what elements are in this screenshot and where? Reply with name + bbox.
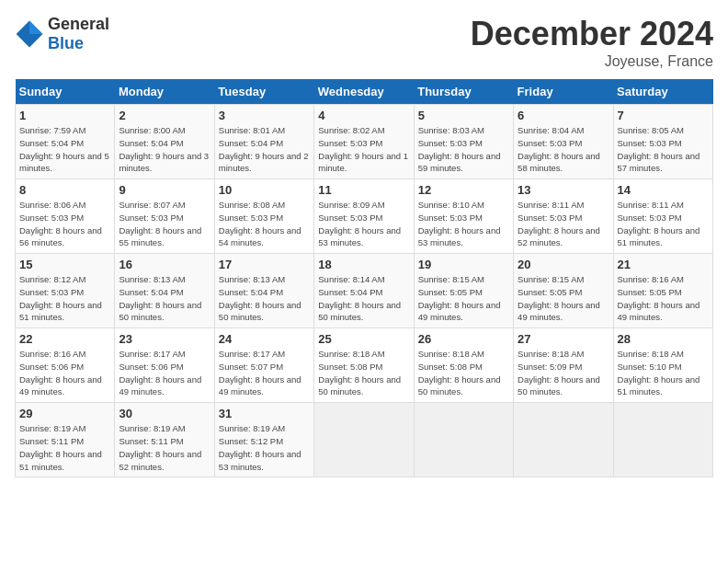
calendar-cell: 7 Sunrise: 8:05 AMSunset: 5:03 PMDayligh… <box>613 105 712 179</box>
day-number: 15 <box>19 258 110 271</box>
day-info: Sunrise: 8:16 AMSunset: 5:05 PMDaylight:… <box>618 273 709 324</box>
day-info: Sunrise: 8:19 AMSunset: 5:11 PMDaylight:… <box>119 422 210 473</box>
logo-icon <box>15 19 44 49</box>
day-info: Sunrise: 8:15 AMSunset: 5:05 PMDaylight:… <box>418 273 509 324</box>
weekday-header-wednesday: Wednesday <box>314 79 414 105</box>
calendar-cell: 23 Sunrise: 8:17 AMSunset: 5:06 PMDaylig… <box>115 328 214 403</box>
day-info: Sunrise: 8:19 AMSunset: 5:11 PMDaylight:… <box>19 422 110 473</box>
calendar-cell: 15 Sunrise: 8:12 AMSunset: 5:03 PMDaylig… <box>16 254 115 328</box>
day-info: Sunrise: 8:00 AMSunset: 5:04 PMDaylight:… <box>119 124 210 175</box>
day-number: 8 <box>19 183 110 197</box>
weekday-header-friday: Friday <box>514 79 613 105</box>
day-number: 2 <box>119 109 210 122</box>
day-info: Sunrise: 8:14 AMSunset: 5:04 PMDaylight:… <box>318 273 409 324</box>
calendar-cell: 31 Sunrise: 8:19 AMSunset: 5:12 PMDaylig… <box>214 403 313 477</box>
day-number: 21 <box>618 258 709 271</box>
day-info: Sunrise: 8:15 AMSunset: 5:05 PMDaylight:… <box>518 273 609 324</box>
day-info: Sunrise: 8:18 AMSunset: 5:08 PMDaylight:… <box>318 348 409 398</box>
day-info: Sunrise: 8:03 AMSunset: 5:03 PMDaylight:… <box>418 124 509 175</box>
week-row-4: 22 Sunrise: 8:16 AMSunset: 5:06 PMDaylig… <box>16 328 713 403</box>
calendar-cell: 11 Sunrise: 8:09 AMSunset: 5:03 PMDaylig… <box>314 179 414 254</box>
calendar-cell: 20 Sunrise: 8:15 AMSunset: 5:05 PMDaylig… <box>514 254 613 328</box>
day-number: 10 <box>219 183 310 197</box>
day-number: 31 <box>219 407 310 420</box>
day-number: 19 <box>418 258 509 271</box>
day-info: Sunrise: 8:13 AMSunset: 5:04 PMDaylight:… <box>219 273 310 324</box>
day-number: 9 <box>119 183 210 197</box>
logo: General Blue <box>15 15 109 53</box>
day-number: 23 <box>119 332 210 346</box>
calendar-title: December 2024 <box>471 15 713 53</box>
title-block: December 2024 Joyeuse, France <box>471 15 713 70</box>
day-info: Sunrise: 8:08 AMSunset: 5:03 PMDaylight:… <box>219 199 310 249</box>
calendar-cell: 21 Sunrise: 8:16 AMSunset: 5:05 PMDaylig… <box>613 254 712 328</box>
day-number: 24 <box>219 332 310 346</box>
day-info: Sunrise: 8:05 AMSunset: 5:03 PMDaylight:… <box>618 124 709 175</box>
day-number: 18 <box>318 258 409 271</box>
calendar-table: SundayMondayTuesdayWednesdayThursdayFrid… <box>15 79 713 477</box>
calendar-cell <box>613 403 712 477</box>
day-number: 3 <box>219 109 310 122</box>
calendar-cell: 9 Sunrise: 8:07 AMSunset: 5:03 PMDayligh… <box>115 179 214 254</box>
calendar-cell: 27 Sunrise: 8:18 AMSunset: 5:09 PMDaylig… <box>514 328 613 403</box>
day-number: 11 <box>318 183 409 197</box>
day-number: 6 <box>518 109 609 122</box>
day-info: Sunrise: 8:18 AMSunset: 5:10 PMDaylight:… <box>618 348 709 398</box>
weekday-header-sunday: Sunday <box>16 79 115 105</box>
day-info: Sunrise: 8:04 AMSunset: 5:03 PMDaylight:… <box>518 124 609 175</box>
day-number: 17 <box>219 258 310 271</box>
day-info: Sunrise: 8:17 AMSunset: 5:07 PMDaylight:… <box>219 348 310 398</box>
week-row-1: 1 Sunrise: 7:59 AMSunset: 5:04 PMDayligh… <box>16 105 713 179</box>
calendar-cell <box>514 403 613 477</box>
day-number: 20 <box>518 258 609 271</box>
day-number: 26 <box>418 332 509 346</box>
weekday-header-tuesday: Tuesday <box>214 79 313 105</box>
calendar-cell: 1 Sunrise: 7:59 AMSunset: 5:04 PMDayligh… <box>16 105 115 179</box>
weekday-header-row: SundayMondayTuesdayWednesdayThursdayFrid… <box>16 79 713 105</box>
calendar-cell: 12 Sunrise: 8:10 AMSunset: 5:03 PMDaylig… <box>414 179 513 254</box>
calendar-cell: 3 Sunrise: 8:01 AMSunset: 5:04 PMDayligh… <box>214 105 313 179</box>
calendar-cell: 24 Sunrise: 8:17 AMSunset: 5:07 PMDaylig… <box>214 328 313 403</box>
calendar-cell: 4 Sunrise: 8:02 AMSunset: 5:03 PMDayligh… <box>314 105 414 179</box>
day-info: Sunrise: 8:13 AMSunset: 5:04 PMDaylight:… <box>119 273 210 324</box>
week-row-2: 8 Sunrise: 8:06 AMSunset: 5:03 PMDayligh… <box>16 179 713 254</box>
weekday-header-saturday: Saturday <box>613 79 712 105</box>
day-info: Sunrise: 8:19 AMSunset: 5:12 PMDaylight:… <box>219 422 310 473</box>
day-info: Sunrise: 8:17 AMSunset: 5:06 PMDaylight:… <box>119 348 210 398</box>
calendar-cell: 8 Sunrise: 8:06 AMSunset: 5:03 PMDayligh… <box>16 179 115 254</box>
calendar-cell <box>314 403 414 477</box>
day-number: 5 <box>418 109 509 122</box>
logo-blue-text: Blue <box>48 34 84 52</box>
day-number: 4 <box>318 109 409 122</box>
calendar-cell: 28 Sunrise: 8:18 AMSunset: 5:10 PMDaylig… <box>613 328 712 403</box>
week-row-5: 29 Sunrise: 8:19 AMSunset: 5:11 PMDaylig… <box>16 403 713 477</box>
calendar-cell: 25 Sunrise: 8:18 AMSunset: 5:08 PMDaylig… <box>314 328 414 403</box>
calendar-cell: 6 Sunrise: 8:04 AMSunset: 5:03 PMDayligh… <box>514 105 613 179</box>
calendar-cell: 19 Sunrise: 8:15 AMSunset: 5:05 PMDaylig… <box>414 254 513 328</box>
day-info: Sunrise: 8:12 AMSunset: 5:03 PMDaylight:… <box>19 273 110 324</box>
day-info: Sunrise: 8:02 AMSunset: 5:03 PMDaylight:… <box>318 124 409 175</box>
calendar-cell: 29 Sunrise: 8:19 AMSunset: 5:11 PMDaylig… <box>16 403 115 477</box>
calendar-cell: 22 Sunrise: 8:16 AMSunset: 5:06 PMDaylig… <box>16 328 115 403</box>
logo-general-text: General <box>48 15 109 33</box>
day-info: Sunrise: 8:11 AMSunset: 5:03 PMDaylight:… <box>518 199 609 249</box>
day-number: 13 <box>518 183 609 197</box>
day-number: 12 <box>418 183 509 197</box>
calendar-cell: 18 Sunrise: 8:14 AMSunset: 5:04 PMDaylig… <box>314 254 414 328</box>
calendar-cell: 14 Sunrise: 8:11 AMSunset: 5:03 PMDaylig… <box>613 179 712 254</box>
svg-marker-1 <box>29 21 42 34</box>
day-info: Sunrise: 8:10 AMSunset: 5:03 PMDaylight:… <box>418 199 509 249</box>
page-header: General Blue December 2024 Joyeuse, Fran… <box>15 15 713 70</box>
day-info: Sunrise: 7:59 AMSunset: 5:04 PMDaylight:… <box>19 124 110 175</box>
calendar-cell: 5 Sunrise: 8:03 AMSunset: 5:03 PMDayligh… <box>414 105 513 179</box>
day-number: 16 <box>119 258 210 271</box>
day-info: Sunrise: 8:16 AMSunset: 5:06 PMDaylight:… <box>19 348 110 398</box>
weekday-header-monday: Monday <box>115 79 214 105</box>
day-info: Sunrise: 8:06 AMSunset: 5:03 PMDaylight:… <box>19 199 110 249</box>
calendar-cell: 2 Sunrise: 8:00 AMSunset: 5:04 PMDayligh… <box>115 105 214 179</box>
calendar-cell: 17 Sunrise: 8:13 AMSunset: 5:04 PMDaylig… <box>214 254 313 328</box>
week-row-3: 15 Sunrise: 8:12 AMSunset: 5:03 PMDaylig… <box>16 254 713 328</box>
calendar-cell: 13 Sunrise: 8:11 AMSunset: 5:03 PMDaylig… <box>514 179 613 254</box>
day-number: 14 <box>618 183 709 197</box>
calendar-cell: 30 Sunrise: 8:19 AMSunset: 5:11 PMDaylig… <box>115 403 214 477</box>
